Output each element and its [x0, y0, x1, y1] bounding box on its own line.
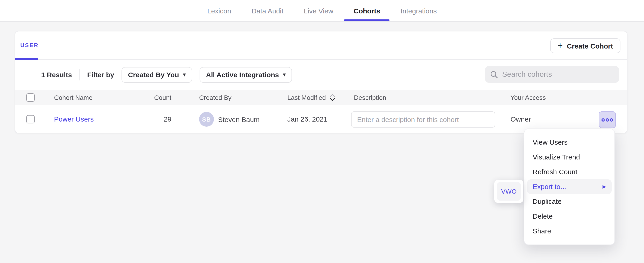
sort-icon: [330, 94, 335, 101]
created-by-filter-dropdown[interactable]: Created By You ▾: [122, 67, 192, 83]
submenu-arrow-icon: ▶: [603, 179, 606, 194]
filter-row: 1 Results Filter by Created By You ▾ All…: [15, 60, 627, 90]
create-cohort-button[interactable]: + Create Cohort: [550, 38, 620, 53]
header-last-modified[interactable]: Last Modified: [287, 90, 335, 105]
select-all-cell: [26, 90, 35, 102]
menu-item-view-users[interactable]: View Users: [527, 135, 612, 150]
header-your-access: Your Access: [510, 90, 546, 105]
cohort-count: 29: [126, 105, 172, 133]
table-header: Cohort Name Count Created By Last Modifi…: [15, 90, 627, 105]
filter-by-label: Filter by: [87, 71, 114, 79]
create-cohort-button-label: Create Cohort: [567, 42, 613, 50]
top-bar: Lexicon Data Audit Live View Cohorts Int…: [0, 0, 644, 22]
nav-item-cohorts[interactable]: Cohorts: [354, 0, 380, 21]
search-cohorts-input[interactable]: [502, 70, 614, 79]
export-option-vwo[interactable]: VWO: [497, 182, 521, 201]
tab-user[interactable]: USER: [20, 42, 39, 49]
description-input[interactable]: [351, 111, 495, 128]
caret-down-icon: ▾: [283, 72, 286, 78]
avatar: SB: [199, 112, 214, 127]
nav-item-integrations[interactable]: Integrations: [400, 0, 437, 21]
cohorts-panel: USER + Create Cohort 1 Results Filter by…: [15, 31, 627, 133]
active-tab-underline: [344, 20, 390, 21]
filter-divider: [79, 69, 80, 80]
row-actions-menu: View Users Visualize Trend Refresh Count…: [524, 128, 615, 245]
menu-item-refresh-count[interactable]: Refresh Count: [527, 165, 612, 179]
export-flyout: VWO: [494, 180, 524, 203]
header-description: Description: [354, 90, 386, 105]
more-icon: [606, 118, 609, 121]
cohort-name-cell: Power Users: [54, 105, 94, 133]
top-navigation: Lexicon Data Audit Live View Cohorts Int…: [0, 0, 644, 21]
header-count: Count: [126, 90, 172, 105]
nav-item-lexicon[interactable]: Lexicon: [207, 0, 231, 21]
nav-item-live-view[interactable]: Live View: [304, 0, 333, 21]
header-last-modified-label: Last Modified: [287, 94, 326, 101]
more-icon: [602, 118, 605, 121]
integrations-filter-label: All Active Integrations: [206, 71, 279, 79]
menu-item-delete[interactable]: Delete: [527, 209, 612, 224]
cohort-name-link[interactable]: Power Users: [54, 115, 94, 123]
menu-item-visualize-trend[interactable]: Visualize Trend: [527, 150, 612, 165]
search-icon: [490, 71, 498, 78]
caret-down-icon: ▾: [183, 72, 186, 78]
app-root: Lexicon Data Audit Live View Cohorts Int…: [0, 0, 644, 263]
last-modified-date: Jan 26, 2021: [287, 105, 328, 133]
row-checkbox[interactable]: [26, 115, 35, 123]
menu-item-share[interactable]: Share: [527, 224, 612, 238]
header-created-by: Created By: [199, 90, 232, 105]
header-cohort-name: Cohort Name: [54, 90, 93, 105]
created-by-name: Steven Baum: [218, 115, 260, 123]
integrations-filter-dropdown[interactable]: All Active Integrations ▾: [200, 67, 292, 83]
menu-item-duplicate[interactable]: Duplicate: [527, 194, 612, 209]
panel-tab-row: USER + Create Cohort: [15, 32, 627, 60]
more-icon: [610, 118, 613, 121]
nav-item-data-audit[interactable]: Data Audit: [252, 0, 284, 21]
tab-user-underline: [15, 58, 38, 60]
row-select-cell: [26, 105, 35, 123]
menu-item-export-to-label: Export to...: [533, 179, 566, 194]
select-all-checkbox[interactable]: [26, 93, 35, 102]
created-by-filter-label: Created By You: [128, 71, 179, 79]
created-by-cell: SB Steven Baum: [199, 105, 260, 133]
results-count: 1 Results: [41, 71, 72, 79]
menu-item-export-to[interactable]: Export to... ▶: [527, 179, 612, 194]
nav-item-cohorts-label: Cohorts: [354, 7, 380, 15]
plus-icon: +: [558, 41, 563, 50]
search-cohorts-box: [485, 66, 619, 83]
row-actions-button[interactable]: [599, 111, 616, 128]
filter-controls: 1 Results Filter by Created By You ▾ All…: [41, 60, 292, 90]
